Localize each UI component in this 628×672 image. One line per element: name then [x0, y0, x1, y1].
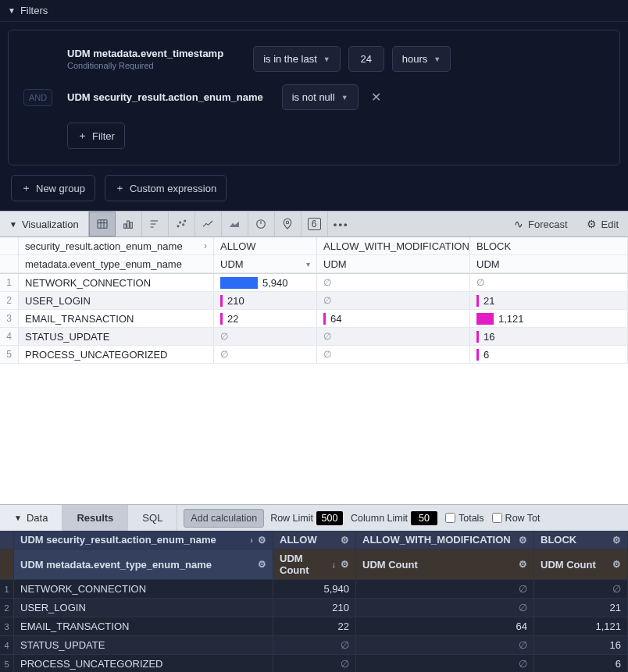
visualization-header[interactable]: ▼ Visualization	[0, 212, 89, 236]
chevron-down-icon: ▾	[306, 260, 310, 268]
viz-gauge-icon[interactable]	[248, 212, 275, 236]
cell[interactable]: ∅	[356, 655, 534, 672]
cell[interactable]: 64	[356, 617, 534, 635]
tab-sql[interactable]: SQL	[128, 505, 177, 531]
totals-checkbox[interactable]: Totals	[445, 513, 484, 524]
tab-results[interactable]: Results	[62, 505, 128, 531]
viz-map-icon[interactable]	[275, 212, 302, 236]
dgrid-col-2[interactable]: BLOCK ⚙	[534, 531, 628, 549]
new-group-button[interactable]: ＋ New group	[11, 175, 95, 201]
gear-icon[interactable]: ⚙	[519, 559, 527, 570]
gear-icon[interactable]: ⚙	[519, 535, 527, 546]
results-grid: security_result.action_enum_name › ALLOW…	[0, 237, 628, 504]
viz-table-icon[interactable]	[89, 212, 116, 236]
pivot-field-header[interactable]: security_result.action_enum_name ›	[19, 237, 214, 254]
cell[interactable]: 210	[273, 599, 356, 617]
settings-icon: ⚙	[587, 218, 597, 230]
cell[interactable]: ∅	[356, 599, 534, 617]
cell[interactable]: 21	[470, 292, 628, 309]
row-totals-checkbox[interactable]: Row Tot	[492, 513, 541, 524]
cell[interactable]: 6	[470, 346, 628, 363]
dgrid-col-0[interactable]: ALLOW ⚙	[273, 531, 356, 549]
cell[interactable]: ∅	[214, 328, 317, 345]
add-filter-button[interactable]: ＋ Filter	[67, 123, 125, 149]
row-field-header[interactable]: metadata.event_type_enum_name	[19, 255, 214, 272]
cell[interactable]: ∅	[470, 274, 628, 291]
cell[interactable]: ∅	[356, 636, 534, 654]
cell[interactable]: 16	[470, 328, 628, 345]
cell[interactable]: ∅	[356, 580, 534, 598]
row-dimension[interactable]: PROCESS_UNCATEGORIZED	[19, 346, 214, 363]
gear-icon[interactable]: ⚙	[612, 535, 621, 546]
viz-line-icon[interactable]	[195, 212, 222, 236]
cell[interactable]: 1,121	[534, 617, 628, 635]
row-dimension[interactable]: NETWORK_CONNECTION	[14, 580, 273, 598]
dgrid-measure-2[interactable]: UDM Count ⚙	[534, 549, 628, 579]
viz-bar-icon[interactable]	[116, 212, 142, 236]
dgrid-pivot-field[interactable]: UDM security_result.action_enum_name › ⚙	[14, 531, 273, 549]
cell[interactable]: 5,940	[214, 274, 317, 291]
row-dimension[interactable]: EMAIL_TRANSACTION	[14, 617, 273, 635]
pivot-col-1[interactable]: ALLOW_WITH_MODIFICATION	[317, 237, 470, 254]
cell[interactable]: ∅	[317, 328, 470, 345]
pivot-col-0[interactable]: ALLOW	[214, 237, 317, 254]
dgrid-measure-1[interactable]: UDM Count ⚙	[356, 549, 534, 579]
cell[interactable]: ∅	[214, 346, 317, 363]
row-dimension[interactable]: NETWORK_CONNECTION	[19, 274, 214, 291]
cell[interactable]: 64	[317, 310, 470, 327]
row-dimension[interactable]: STATUS_UPDATE	[19, 328, 214, 345]
cell[interactable]: 210	[214, 292, 317, 309]
filter-value-0[interactable]: 24	[348, 46, 384, 72]
visualization-bar: ▼ Visualization 6 •••	[0, 211, 628, 237]
filter-op-1[interactable]: is not null ▼	[282, 84, 359, 110]
cell[interactable]: ∅	[273, 636, 356, 654]
row-dimension[interactable]: EMAIL_TRANSACTION	[19, 310, 214, 327]
gear-icon[interactable]: ⚙	[258, 535, 266, 546]
cell[interactable]: ∅	[317, 292, 470, 309]
row-dimension[interactable]: USER_LOGIN	[14, 599, 273, 617]
cell[interactable]: ∅	[534, 580, 628, 598]
caret-down-icon: ▼	[9, 220, 17, 229]
row-dimension[interactable]: STATUS_UPDATE	[14, 636, 273, 654]
gear-icon[interactable]: ⚙	[612, 559, 621, 570]
filter-unit-0[interactable]: hours ▼	[392, 46, 451, 72]
cell[interactable]: 21	[534, 599, 628, 617]
forecast-button[interactable]: ∿ Forecast	[505, 218, 577, 230]
pivot-col-2[interactable]: BLOCK	[470, 237, 628, 254]
cell[interactable]: 16	[534, 636, 628, 654]
measure-col-1[interactable]: UDM	[317, 255, 470, 272]
column-limit-input[interactable]: 50	[411, 511, 437, 525]
viz-area-icon[interactable]	[222, 212, 248, 236]
row-dimension[interactable]: USER_LOGIN	[19, 292, 214, 309]
cell[interactable]: ∅	[273, 655, 356, 672]
gear-icon[interactable]: ⚙	[341, 559, 349, 570]
cell[interactable]: 5,940	[273, 580, 356, 598]
dgrid-measure-0[interactable]: UDM Count ↓ ⚙	[273, 549, 356, 579]
filter-op-0[interactable]: is in the last ▼	[253, 46, 341, 72]
cell[interactable]: ∅	[317, 274, 470, 291]
viz-more-icon[interactable]: •••	[328, 212, 355, 236]
dgrid-col-1[interactable]: ALLOW_WITH_MODIFICATION ⚙	[356, 531, 534, 549]
cell[interactable]: 22	[214, 310, 317, 327]
measure-col-0[interactable]: UDM ▾	[214, 255, 317, 272]
dgrid-row-field[interactable]: UDM metadata.event_type_enum_name ⚙	[14, 549, 273, 579]
cell-value: 6	[616, 658, 621, 670]
remove-filter-icon[interactable]: ✕	[366, 90, 386, 105]
gear-icon[interactable]: ⚙	[341, 535, 349, 546]
row-dimension[interactable]: PROCESS_UNCATEGORIZED	[14, 655, 273, 672]
cell[interactable]: 6	[534, 655, 628, 672]
cell[interactable]: 1,121	[470, 310, 628, 327]
viz-single-value-icon[interactable]: 6	[302, 212, 328, 236]
viz-scatter-icon[interactable]	[169, 212, 195, 236]
gear-icon[interactable]: ⚙	[258, 559, 266, 570]
measure-col-2[interactable]: UDM	[470, 255, 628, 272]
viz-hbar-icon[interactable]	[142, 212, 169, 236]
filters-header[interactable]: ▼ Filters	[0, 0, 628, 22]
row-limit-input[interactable]: 500	[316, 511, 343, 525]
edit-button[interactable]: ⚙ Edit	[577, 218, 628, 230]
custom-expression-button[interactable]: ＋ Custom expression	[105, 175, 227, 201]
cell[interactable]: ∅	[317, 346, 470, 363]
add-calculation-button[interactable]: Add calculation	[184, 509, 264, 528]
cell[interactable]: 22	[273, 617, 356, 635]
data-header[interactable]: ▼ Data	[0, 505, 62, 531]
